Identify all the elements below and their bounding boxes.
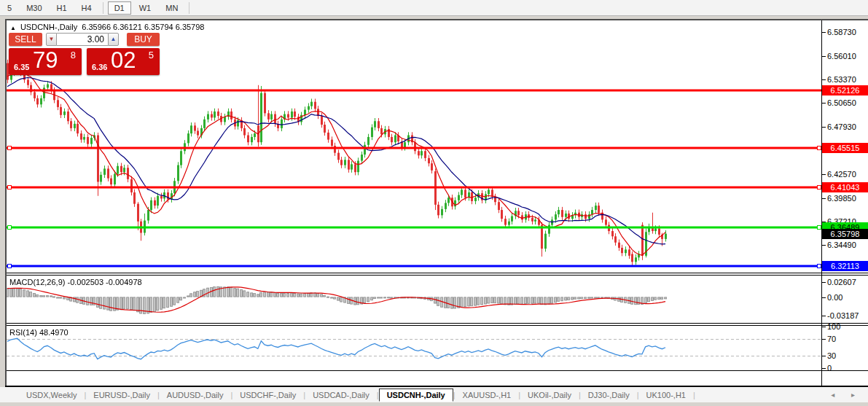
- price-tick-label: 6.34490: [827, 241, 856, 249]
- timeframe-button-w1[interactable]: W1: [133, 1, 158, 15]
- chart-tab-uk100-h1[interactable]: UK100-,H1: [639, 389, 693, 401]
- chart-tab-ukoil-daily[interactable]: UKOil-,Daily: [520, 389, 579, 401]
- price-tick-mark: [822, 198, 826, 199]
- chart-tab-dj30-daily[interactable]: DJ30-,Daily: [581, 389, 637, 401]
- chart-tab-xauusd-h1[interactable]: XAUUSD-,H1: [455, 389, 519, 401]
- mt4-terminal: 5M30H1H4D1W1MN ▲USDCNH-,Daily 6.35966 6.…: [0, 0, 868, 406]
- rsi-tick-label: 100: [827, 322, 840, 331]
- price-tick-mark: [822, 32, 826, 33]
- rsi-tick-mark: [822, 327, 826, 327]
- rsi-tick-mark: [822, 339, 826, 340]
- tab-separator: |: [693, 391, 695, 399]
- chart-tab-audusd-daily[interactable]: AUDUSD-,Daily: [160, 389, 231, 401]
- macd-tick-label: 0.02607: [827, 278, 856, 286]
- price-line-label: 6.52126: [822, 85, 868, 95]
- macd-label: MACD(12,26,9) -0.002503 -0.004978: [9, 278, 142, 286]
- bid-price-pip: 8: [71, 50, 76, 60]
- price-tick-mark: [822, 56, 826, 57]
- tab-scroll-arrows-icon[interactable]: ◂ ▸: [831, 391, 862, 399]
- timeframe-button-h4[interactable]: H4: [75, 1, 98, 15]
- rsi-tick-mark: [822, 368, 826, 369]
- timeframe-button-h1[interactable]: H1: [50, 1, 74, 15]
- chart-tab-bar: USDX,Weekly|EURUSD-,Daily|AUDUSD-,Daily|…: [0, 387, 868, 402]
- chart-tab-usdcnh-daily[interactable]: USDCNH-,Daily: [379, 389, 453, 402]
- price-tick-mark: [822, 103, 826, 104]
- rsi-indicator-canvas[interactable]: [7, 326, 821, 370]
- rsi-tick-mark: [822, 356, 826, 356]
- window-left-strip: [0, 16, 5, 406]
- macd-tick-mark: [822, 282, 826, 283]
- chart-tab-eurusd-daily[interactable]: EURUSD-,Daily: [86, 389, 157, 401]
- buy-button[interactable]: BUY: [127, 33, 160, 46]
- ask-price-pip: 5: [149, 50, 154, 60]
- price-line-label: 6.41043: [822, 182, 868, 192]
- sell-button[interactable]: SELL: [9, 33, 42, 46]
- bid-price-box[interactable]: 6.35 79 8: [9, 48, 82, 75]
- panel-divider: [7, 370, 868, 371]
- one-click-trading-panel: SELL ▼ 3.00 ▲ BUY 6.35 79 8 6.36 02 5: [9, 33, 160, 75]
- chart-tab-usdchf-daily[interactable]: USDCHF-,Daily: [232, 389, 303, 401]
- price-line-label: 6.32113: [822, 261, 868, 271]
- price-tick-label: 6.50650: [827, 98, 856, 107]
- price-tick-label: 6.47930: [827, 122, 856, 131]
- macd-tick-mark: [822, 316, 826, 316]
- collapse-panel-icon[interactable]: ▲: [10, 25, 16, 31]
- panel-divider[interactable]: [7, 273, 868, 276]
- price-tick-mark: [822, 127, 826, 128]
- price-tick-label: 6.53370: [827, 75, 856, 84]
- rsi-tick-label: 70: [827, 335, 836, 343]
- rsi-tick-label: 0: [827, 364, 832, 372]
- timeframe-button-m30[interactable]: M30: [20, 1, 48, 15]
- price-line-label: 6.35798: [822, 229, 868, 239]
- volume-decrease-icon[interactable]: ▼: [46, 33, 57, 46]
- timeframe-button-mn[interactable]: MN: [159, 1, 184, 15]
- rsi-label: RSI(14) 48.4970: [9, 328, 69, 337]
- ask-price-box[interactable]: 6.36 02 5: [87, 48, 160, 75]
- price-tick-label: 6.39850: [827, 194, 856, 203]
- timeframe-toolbar: 5M30H1H4D1W1MN: [0, 0, 868, 16]
- price-line-label: 6.45515: [822, 143, 868, 153]
- chart-title-text: USDCNH-,Daily 6.35966 6.36121 6.35794 6.…: [20, 23, 205, 31]
- price-axis-line: [821, 20, 822, 386]
- volume-input[interactable]: 3.00: [57, 33, 108, 46]
- timeframe-button-d1[interactable]: D1: [108, 1, 131, 15]
- bid-price-prefix: 6.35: [14, 63, 29, 71]
- price-tick-mark: [822, 174, 826, 175]
- macd-tick-label: -0.03187: [827, 311, 859, 320]
- ask-price-big: 02: [111, 47, 136, 74]
- price-tick-label: 6.58730: [827, 28, 856, 36]
- price-tick-label: 6.42570: [827, 170, 856, 179]
- rsi-tick-label: 30: [827, 351, 836, 360]
- bid-price-big: 79: [33, 47, 58, 74]
- price-tick-mark: [822, 245, 826, 246]
- price-tick-mark: [822, 79, 826, 80]
- chart-tab-usdx-weekly[interactable]: USDX,Weekly: [19, 389, 84, 401]
- chart-title: ▲USDCNH-,Daily 6.35966 6.36121 6.35794 6…: [10, 23, 204, 31]
- toolbar-separator: [103, 2, 103, 14]
- macd-tick-label: 0.00: [827, 293, 842, 302]
- price-tick-label: 6.56010: [827, 52, 856, 60]
- toolbar-separator: [189, 2, 189, 14]
- timeframe-button-5[interactable]: 5: [1, 1, 18, 15]
- chart-tab-usdcad-daily[interactable]: USDCAD-,Daily: [305, 389, 377, 401]
- volume-increase-icon[interactable]: ▲: [108, 33, 119, 46]
- panel-divider[interactable]: [7, 323, 868, 326]
- ask-price-prefix: 6.36: [92, 63, 107, 71]
- macd-tick-mark: [822, 297, 826, 298]
